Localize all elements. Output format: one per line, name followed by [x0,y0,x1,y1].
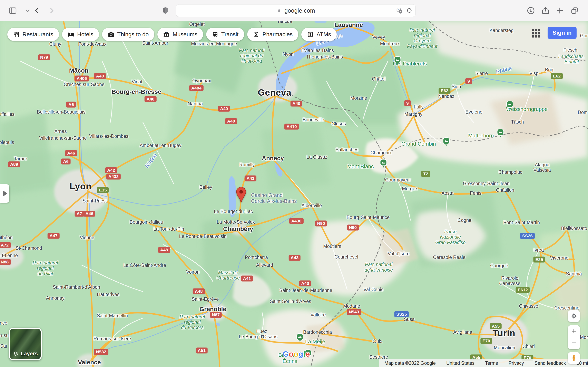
map-label[interactable]: Saint-Amour [142,40,168,45]
map-label[interactable]: nce [0,320,7,325]
map-label[interactable]: Belleville-en-Beaujolais [37,109,86,115]
map-label[interactable]: Val-Cenis [363,287,383,292]
map-label[interactable]: Le Bourg-d'Oisans [239,334,277,339]
chevron-down-icon[interactable] [23,6,33,16]
map-label[interactable]: Sierre [475,71,488,76]
map-label[interactable]: Ivrea [534,247,544,253]
layers-button[interactable]: Layers [9,328,42,360]
tabs-icon[interactable] [570,6,579,16]
map-label[interactable]: Sallanches [336,147,359,152]
map-label[interactable]: Châtel [372,76,385,82]
map-label[interactable]: Villefranche-sur-Saone [39,135,87,141]
translate-icon[interactable]: Ax [396,7,403,14]
peak-pin[interactable] [296,333,304,342]
map-label[interactable]: Crêches-sur-Saône [64,82,104,87]
download-icon[interactable] [526,6,536,16]
poi-label[interactable]: Casino Grand Cercle Aix-les-Bains [251,192,297,204]
map-label[interactable]: Valence [78,359,101,366]
map-label[interactable]: Le Pont-de-Beauvoisin [179,234,227,239]
map-label[interactable]: Courmayeur [385,177,411,183]
chip-transit[interactable]: Transit [206,28,244,41]
map-label[interactable]: Cuorgnè [490,263,508,268]
google-watermark[interactable]: Google [283,350,310,359]
map-label[interactable]: Châtillon [496,187,514,193]
map-label[interactable]: Chambéry [223,225,253,233]
google-apps-grid-icon[interactable] [531,28,541,38]
map-label[interactable]: Le Bourget-du-Lac [214,209,253,214]
map-label[interactable]: Lyon [70,181,91,192]
chip-restaurants[interactable]: Restaurants [7,28,59,41]
map-label[interactable]: Ambérieu-en-Bugey [140,143,182,148]
map-label[interactable]: Chamonix [370,150,392,155]
map-label[interactable]: Tarare [14,156,27,161]
map-label[interactable]: Sion [452,84,461,89]
map-label[interactable]: Vienne [80,235,94,240]
map-label[interactable]: Kandersteg [490,28,514,33]
map-label[interactable]: Oulx [373,339,382,344]
peak-pin[interactable] [497,128,504,138]
map-label[interactable]: Gor [580,33,588,38]
sign-in-button[interactable]: Sign in [548,27,577,39]
map-label[interactable]: Fully [414,104,424,109]
map-label[interactable]: Moirans-en-Montagne [191,41,237,46]
map-label[interactable]: Albertville [302,203,322,208]
map-label[interactable]: Cluny [49,42,61,47]
map-label[interactable]: mplepuis [0,140,14,145]
map-label[interactable]: Turin [493,328,515,338]
map-label[interactable]: La Tour-du-Pin [153,226,184,232]
address-bar[interactable]: google.com Ax [176,4,416,17]
map-label[interactable]: Lausanne [334,21,363,29]
map-label[interactable]: Vevey [372,34,385,40]
map-label[interactable]: St-Chamond [16,245,42,251]
map-label[interactable]: Aosta [441,191,453,196]
map-label[interactable]: outhéon [0,235,13,240]
zoom-in-button[interactable] [568,325,580,337]
shield-icon[interactable] [160,6,170,16]
map-label[interactable]: Dom [578,110,588,115]
map-label[interactable]: Cossato [570,225,587,231]
map-label[interactable]: Geneva [258,87,291,98]
map-label[interactable]: Allevard [256,262,273,267]
map-label[interactable]: Bourg-en-Bresse [112,88,161,95]
map-label[interactable]: Thonon-les-Bains [306,54,343,59]
peak-pin[interactable] [380,159,387,168]
map-label[interactable]: Parc national de la Vanoise [364,262,393,273]
map-label[interactable]: Sestriere [369,354,388,360]
map-label[interactable]: Parc naturel régional du Haut-Jura [239,48,264,64]
map-label[interactable]: Viriat [132,79,142,84]
forward-button[interactable] [47,6,56,16]
map-label[interactable]: Saint-Rambert-d'Albon [53,284,100,290]
map-label[interactable]: La Motte-Servolex [217,219,255,225]
map-label[interactable]: Parc naturel régional du Pilat [33,260,58,276]
map-label[interactable]: Pont-de-Vaux [78,42,107,47]
map-label[interactable]: Saint-Égrève [192,296,219,302]
peak-pin[interactable] [394,56,401,65]
map-label[interactable]: Bardonecchia [303,329,332,335]
chip-atms[interactable]: $ATMs [301,28,337,41]
map-canvas[interactable]: OrgeletTancuaLausanneKanderstegGorVeveyM… [0,0,588,367]
back-button[interactable] [32,6,42,16]
map-label[interactable]: La Côte-Saint-André [123,263,166,268]
map-label[interactable]: Cluses [332,121,346,126]
map-label[interactable]: Hauterives [97,292,120,297]
map-label[interactable]: Ceresole Reale [433,255,466,260]
map-label[interactable]: Huez [256,329,267,334]
map-label[interactable]: Viverone [550,255,568,261]
map-label[interactable]: Bourgoin-Jallieu [130,219,163,225]
attribution-link[interactable]: Privacy [509,360,524,366]
map-label[interactable]: Fénis [470,191,481,196]
map-label[interactable]: Cogne [458,217,471,223]
destination-pin[interactable] [235,187,247,203]
sidebar-icon[interactable] [8,6,17,16]
map-label[interactable]: Mon [580,334,588,340]
map-label[interactable]: Nyon [283,52,294,57]
map-label[interactable]: Crescentino [554,305,579,310]
map-label[interactable]: Saint-Jean-de-Maurienne [279,288,332,293]
map-label[interactable]: Romans-sur-Isère [94,336,131,341]
map-label[interactable]: Susa [404,317,415,322]
chip-museums[interactable]: MMuseums [157,28,203,41]
map-label[interactable]: Matterhorn [468,133,494,139]
map-label[interactable]: aint-Étienne [0,253,18,258]
map-label[interactable]: Martigny [405,111,423,117]
peak-pin[interactable] [442,137,450,146]
